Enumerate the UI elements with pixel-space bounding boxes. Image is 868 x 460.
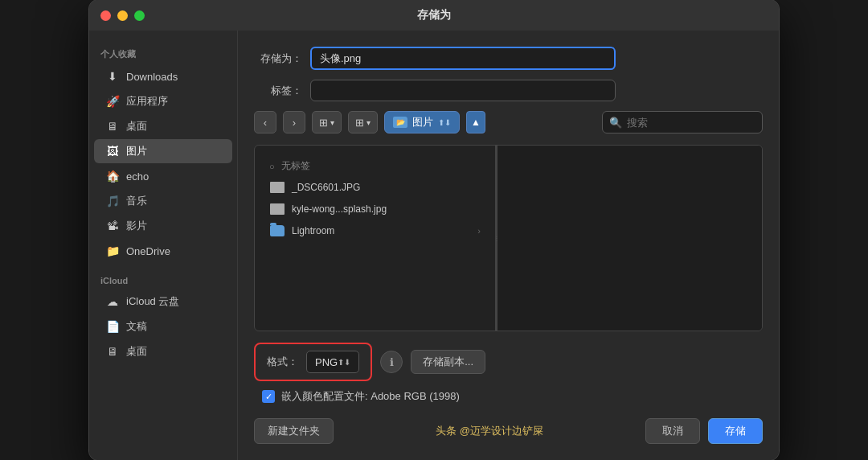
- info-button[interactable]: ℹ: [380, 351, 403, 373]
- location-chevron-icon: ⬆⬇: [438, 118, 451, 127]
- desktop-icon: 🖥: [105, 119, 120, 133]
- onedrive-icon: 📁: [105, 244, 120, 258]
- file-list: ○ 无标签 _DSC6601.JPG kyle-won: [255, 146, 496, 331]
- grid-icon: ⊞: [355, 117, 364, 129]
- downloads-icon: ⬇: [105, 69, 120, 84]
- embed-label: 嵌入颜色配置文件: Adobe RGB (1998): [281, 389, 460, 404]
- cancel-label: 取消: [662, 425, 683, 437]
- toolbar-row: ‹ › ⊞ ▾ ⊞ ▾ 📂 图片 ⬆⬇ ▲: [254, 111, 763, 133]
- folder-icon: 📂: [393, 117, 407, 128]
- sidebar-item-downloads[interactable]: ⬇ Downloads: [94, 64, 232, 88]
- search-input[interactable]: [627, 117, 755, 129]
- view-columns-button[interactable]: ⊞ ▾: [312, 111, 342, 133]
- format-row: 格式： PNG ⬆⬇: [254, 343, 372, 381]
- embed-checkbox[interactable]: ✓: [262, 390, 275, 403]
- list-item[interactable]: kyle-wong...splash.jpg: [258, 199, 492, 220]
- sidebar-label-music: 音乐: [126, 194, 147, 208]
- action-buttons: 取消 存储: [645, 418, 763, 444]
- file-name: Lightroom: [292, 225, 334, 236]
- sidebar-label-movies: 影片: [126, 219, 147, 233]
- sidebar-label-onedrive: OneDrive: [126, 245, 170, 257]
- save-copy-label: 存储副本...: [423, 355, 473, 369]
- minimize-button[interactable]: [117, 10, 128, 21]
- sidebar-item-onedrive[interactable]: 📁 OneDrive: [94, 239, 232, 263]
- format-chevron-icon: ⬆⬇: [338, 358, 350, 367]
- sidebar-item-echo[interactable]: 🏠 echo: [94, 164, 232, 188]
- icloud-icon: ☁: [105, 294, 120, 309]
- sidebar-item-pictures[interactable]: 🖼 图片: [94, 139, 232, 163]
- save-as-label: 存储为：: [254, 51, 302, 66]
- desktop2-icon: 🖥: [105, 344, 120, 359]
- location-label: 图片: [412, 115, 433, 129]
- sidebar-label-downloads: Downloads: [126, 71, 178, 83]
- fullscreen-button[interactable]: [134, 10, 145, 21]
- file-browser: ○ 无标签 _DSC6601.JPG kyle-won: [254, 145, 763, 331]
- search-box: 🔍: [602, 111, 763, 133]
- sidebar: 个人收藏 ⬇ Downloads 🚀 应用程序 🖥 桌面 🖼 图片 🏠 echo: [89, 31, 238, 460]
- music-icon: 🎵: [105, 194, 120, 208]
- filename-row: 存储为：: [254, 47, 763, 70]
- sidebar-item-applications[interactable]: 🚀 应用程序: [94, 89, 232, 113]
- cancel-button[interactable]: 取消: [645, 418, 700, 444]
- chevron-down-icon: ▾: [330, 118, 334, 127]
- watermark: 头条 @迈学设计边铲屎: [436, 424, 543, 438]
- bottom-section: 格式： PNG ⬆⬇ ℹ 存储副本... ✓: [254, 343, 763, 444]
- format-label: 格式：: [267, 355, 298, 369]
- forward-button[interactable]: ›: [283, 111, 305, 133]
- sidebar-item-desktop[interactable]: 🖥 桌面: [94, 114, 232, 138]
- expand-button[interactable]: ▲: [466, 111, 485, 133]
- sidebar-label-icloud: iCloud 云盘: [126, 294, 179, 309]
- list-item[interactable]: _DSC6601.JPG: [258, 177, 492, 198]
- applications-icon: 🚀: [105, 94, 120, 109]
- filename-input[interactable]: [310, 47, 616, 70]
- no-tag-label: 无标签: [281, 159, 310, 173]
- view-grid-button[interactable]: ⊞ ▾: [348, 111, 378, 133]
- new-folder-label: 新建文件夹: [268, 425, 320, 437]
- pictures-icon: 🖼: [105, 144, 120, 158]
- window-title: 存储为: [417, 8, 451, 23]
- image-file-icon: [269, 181, 285, 194]
- location-dropdown[interactable]: 📂 图片 ⬆⬇: [384, 111, 460, 133]
- file-preview: [497, 146, 762, 331]
- image-file-icon: [269, 203, 285, 216]
- sidebar-label-documents: 文稿: [126, 319, 147, 334]
- format-dropdown[interactable]: PNG ⬆⬇: [306, 351, 359, 373]
- watermark-text: 头条 @迈学设计边铲屎: [436, 424, 543, 438]
- sidebar-item-icloud-drive[interactable]: ☁ iCloud 云盘: [94, 290, 232, 314]
- format-value: PNG: [315, 356, 338, 368]
- save-label: 存储: [725, 425, 746, 437]
- expand-icon: ▲: [471, 117, 481, 128]
- embed-checkbox-row: ✓ 嵌入颜色配置文件: Adobe RGB (1998): [254, 389, 763, 404]
- close-button[interactable]: [100, 10, 111, 21]
- new-folder-button[interactable]: 新建文件夹: [254, 418, 334, 444]
- titlebar: 存储为: [89, 0, 779, 31]
- sidebar-item-music[interactable]: 🎵 音乐: [94, 189, 232, 213]
- main-content: 个人收藏 ⬇ Downloads 🚀 应用程序 🖥 桌面 🖼 图片 🏠 echo: [89, 31, 779, 460]
- bottom-actions: 新建文件夹 头条 @迈学设计边铲屎 取消 存储: [254, 418, 763, 444]
- echo-icon: 🏠: [105, 169, 120, 183]
- tag-row: 标签：: [254, 80, 763, 101]
- traffic-lights: [100, 10, 145, 21]
- documents-icon: 📄: [105, 319, 120, 334]
- save-as-dialog: 存储为 个人收藏 ⬇ Downloads 🚀 应用程序 🖥 桌面 🖼 图片: [88, 0, 780, 460]
- sidebar-label-echo: echo: [126, 170, 149, 183]
- sidebar-item-desktop2[interactable]: 🖥 桌面: [94, 339, 232, 363]
- save-copy-button[interactable]: 存储副本...: [411, 350, 485, 374]
- sidebar-item-documents[interactable]: 📄 文稿: [94, 314, 232, 339]
- file-name: _DSC6601.JPG: [292, 182, 360, 193]
- sidebar-label-desktop2: 桌面: [126, 344, 147, 359]
- sidebar-section-personal: 个人收藏: [89, 43, 237, 64]
- back-button[interactable]: ‹: [254, 111, 276, 133]
- sidebar-label-applications: 应用程序: [126, 94, 168, 109]
- tag-input[interactable]: [310, 80, 616, 101]
- sidebar-label-pictures: 图片: [126, 144, 147, 158]
- movies-icon: 📽: [105, 219, 120, 233]
- info-icon: ℹ: [390, 356, 394, 368]
- folder-file-icon: [269, 224, 285, 237]
- chevron-down-icon2: ▾: [366, 118, 371, 127]
- main-panel: 存储为： 标签： ‹ › ⊞ ▾ ⊞ ▾: [238, 31, 779, 460]
- list-item[interactable]: Lightroom ›: [258, 220, 492, 241]
- sidebar-item-movies[interactable]: 📽 影片: [94, 214, 232, 238]
- sidebar-label-desktop: 桌面: [126, 119, 147, 133]
- save-button[interactable]: 存储: [708, 418, 763, 444]
